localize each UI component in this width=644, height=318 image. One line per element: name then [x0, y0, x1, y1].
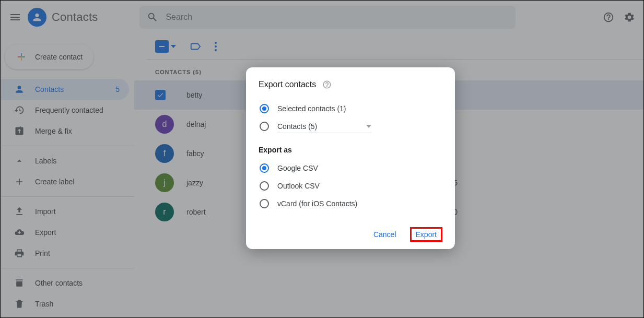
export-as-header: Export as	[259, 146, 442, 154]
radio-label: Selected contacts (1)	[277, 104, 346, 113]
help-icon[interactable]	[322, 80, 332, 89]
caret-down-icon	[366, 125, 371, 128]
radio-icon	[260, 199, 269, 208]
radio-icon	[260, 163, 269, 173]
radio-all-contacts[interactable]: Contacts (5)	[259, 117, 442, 135]
dialog-title: Export contacts	[259, 80, 316, 89]
radio-selected-contacts[interactable]: Selected contacts (1)	[259, 100, 442, 117]
radio-outlook-csv[interactable]: Outlook CSV	[259, 177, 442, 195]
contacts-group-select[interactable]: Contacts (5)	[277, 120, 371, 133]
radio-icon	[260, 181, 269, 191]
radio-icon	[260, 104, 269, 113]
radio-icon	[260, 122, 269, 131]
radio-vcard[interactable]: vCard (for iOS Contacts)	[259, 195, 442, 213]
radio-label: Google CSV	[277, 164, 318, 172]
radio-label: vCard (for iOS Contacts)	[277, 199, 357, 208]
export-button[interactable]: Export	[410, 227, 442, 242]
select-value: Contacts (5)	[277, 122, 317, 131]
radio-label: Outlook CSV	[277, 182, 320, 190]
cancel-button[interactable]: Cancel	[371, 227, 399, 242]
export-dialog: Export contacts Selected contacts (1) Co…	[246, 67, 455, 249]
radio-google-csv[interactable]: Google CSV	[259, 159, 442, 177]
